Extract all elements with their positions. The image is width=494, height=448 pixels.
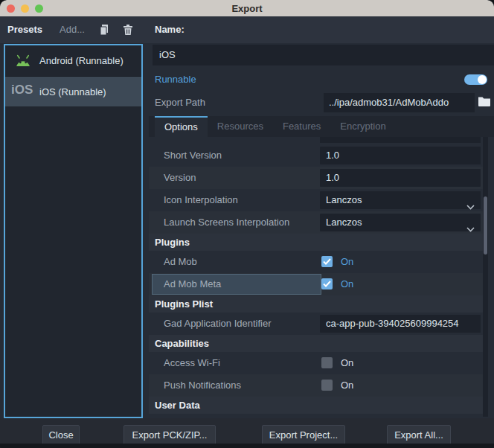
name-label: Name: (155, 16, 185, 43)
tab-features[interactable]: Features (273, 116, 330, 137)
option-row: Gad Application Identifierca-app-pub-394… (149, 313, 488, 335)
preset-name-input[interactable]: iOS (153, 45, 494, 65)
window-title: Export (0, 0, 494, 16)
scrollbar[interactable] (483, 137, 488, 417)
preset-list: Android (Runnable) iOS iOS (Runnable) (4, 44, 143, 418)
toggle-knob (478, 75, 487, 84)
checkbox[interactable] (321, 380, 333, 391)
field-value: Lanczos (320, 214, 481, 231)
option-label: Accessible From Files App (164, 414, 278, 417)
option-row: Ad MobOn (149, 251, 488, 273)
option-row: Access Wi-FiOn (149, 352, 488, 374)
export-tabs: Options Resources Features Encryption (149, 116, 494, 137)
option-row: Push NotificationsOn (149, 374, 488, 397)
export-dialog: Export Presets Add... Name: (0, 0, 494, 448)
checkbox-state-label: On (341, 414, 353, 417)
value-field[interactable]: 1.0 (320, 147, 481, 164)
options-rows: Short Version1.0Version1.0Icon Interpola… (149, 137, 494, 417)
section-header-label: User Data (149, 397, 488, 414)
browse-folder-icon[interactable] (478, 96, 493, 109)
export-path-value: ../ipa/admob31/AdMobAddo (324, 93, 475, 112)
ios-icon: iOS (11, 83, 33, 97)
option-row: Ad Mob MetaOn (149, 273, 488, 295)
option-row: Version1.0 (149, 167, 488, 189)
export-pck-zip-button[interactable]: Export PCK/ZIP... (124, 425, 216, 445)
delete-preset-icon[interactable] (122, 24, 134, 36)
option-label: Push Notifications (164, 374, 241, 397)
option-label: Version (164, 167, 196, 189)
option-label: Ad Mob Meta (164, 273, 221, 295)
section-header: Capabilities (149, 335, 488, 352)
section-header: Plugins (149, 234, 488, 251)
checkbox-state-label: On (341, 352, 353, 374)
export-path-input[interactable]: ../ipa/admob31/AdMobAddo (324, 93, 475, 112)
section-header: Plugins Plist (149, 295, 488, 313)
checkbox[interactable] (321, 357, 333, 368)
option-row: Short Version1.0 (149, 144, 488, 167)
checkbox[interactable] (321, 256, 333, 267)
dropdown-field[interactable]: Lanczos (320, 191, 481, 209)
option-label: Ad Mob (164, 251, 197, 273)
preset-item-label: Android (Runnable) (39, 45, 124, 76)
checkbox[interactable] (321, 278, 333, 289)
clipped-value-field (320, 137, 481, 143)
close-button[interactable]: Close (42, 425, 80, 445)
option-label: Access Wi-Fi (164, 352, 220, 374)
export-path-label: Export Path (155, 92, 205, 113)
preset-item-label: iOS (Runnable) (39, 77, 106, 107)
duplicate-preset-icon[interactable] (98, 24, 110, 36)
value-field[interactable]: ca-app-pub-394025609994254 (320, 315, 481, 333)
field-value: 1.0 (320, 147, 481, 164)
header-row: Presets Add... Name: (0, 16, 494, 43)
tab-resources[interactable]: Resources (208, 116, 273, 137)
checkbox-state-label: On (341, 251, 353, 273)
checkbox-state-label: On (341, 273, 353, 295)
runnable-label: Runnable (155, 70, 196, 89)
options-panel: Short Version1.0Version1.0Icon Interpola… (149, 137, 494, 417)
option-label: Gad Application Identifier (164, 313, 272, 335)
field-value: ca-app-pub-394025609994254 (320, 315, 481, 333)
clipped-row (149, 137, 488, 144)
option-row: Icon InterpolationLanczos (149, 189, 488, 211)
option-row: Accessible From Files AppOn (149, 414, 488, 417)
field-value: 1.0 (320, 169, 481, 187)
option-label: Icon Interpolation (164, 189, 238, 211)
section-header-label: Plugins (149, 234, 488, 251)
value-field[interactable]: 1.0 (320, 169, 481, 187)
dropdown-field[interactable]: Lanczos (320, 214, 481, 231)
tab-options[interactable]: Options (155, 116, 208, 137)
add-preset-button[interactable]: Add... (60, 16, 85, 43)
field-value: Lanczos (320, 191, 481, 209)
checkbox-state-label: On (341, 374, 353, 397)
tab-encryption[interactable]: Encryption (330, 116, 395, 137)
window-bottom-edge (0, 444, 494, 448)
android-icon (13, 54, 33, 71)
preset-name-value: iOS (153, 45, 494, 65)
preset-item-android[interactable]: Android (Runnable) (5, 45, 141, 76)
section-header-label: Capabilities (149, 335, 488, 352)
section-header-label: Plugins Plist (149, 295, 488, 313)
option-row: Launch Screens InterpolationLanczos (149, 211, 488, 234)
option-label: Short Version (164, 144, 222, 167)
runnable-toggle[interactable] (464, 74, 487, 85)
scrollbar-thumb[interactable] (484, 196, 487, 255)
presets-heading: Presets (7, 16, 42, 43)
export-all-button[interactable]: Export All... (387, 425, 451, 445)
titlebar: Export (0, 0, 494, 16)
preset-item-ios[interactable]: iOS iOS (Runnable) (5, 76, 141, 106)
option-label: Launch Screens Interpolation (164, 211, 289, 234)
export-project-button[interactable]: Export Project... (262, 425, 345, 445)
section-header: User Data (149, 397, 488, 414)
